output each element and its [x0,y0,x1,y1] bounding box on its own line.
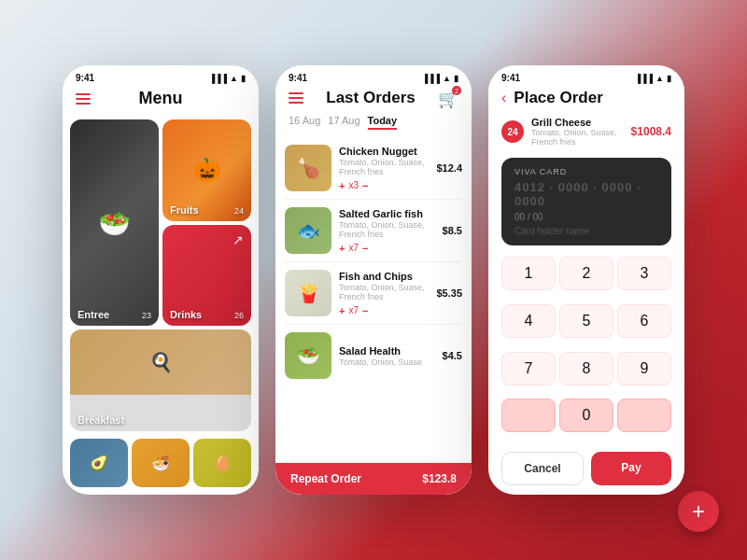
order-item-chicken: Chicken Nugget Tomato, Onion, Suase, Fre… [285,137,462,200]
order-name-chicken: Chicken Nugget [339,146,429,157]
entree-count: 23 [142,311,151,320]
status-bar-3: 9:41 ▐▐▐ ▲ ▮ [488,65,684,87]
summary-price: $1008.4 [631,125,671,138]
order-price-chips: $5.35 [436,287,462,299]
num-6[interactable]: 6 [617,304,671,338]
order-name-chips: Fish and Chips [339,271,429,282]
fruits-count: 24 [234,206,244,216]
num-empty-left [501,399,556,432]
status-icons-3: ▐▐▐ ▲ ▮ [635,74,671,83]
summary-desc: Tomato, Onion, Suase, French fries [531,128,624,147]
card-number-visible: 4012 [514,180,545,194]
order-info-salad: Salad Health Tomato, Onion, Suase [339,345,435,367]
qty-val-chips: x7 [348,305,359,315]
date-tab-today[interactable]: Today [368,113,398,130]
orders-header: Last Orders 🛒 2 [275,87,472,113]
status-bar-2: 9:41 ▐▐▐ ▲ ▮ [275,65,472,87]
battery-icon-3: ▮ [667,74,671,83]
qty-val-fish: x7 [348,243,359,253]
order-info-fish: Salted Garlic fish Tomato, Onion, Suase,… [339,208,435,254]
qty-plus-fish[interactable]: + [339,243,345,254]
card-holder: Card holder name [514,226,658,236]
qty-plus-chips[interactable]: + [339,305,345,316]
orders-title: Last Orders [326,89,415,107]
breakfast-label: Breakfast [78,414,124,426]
order-number-badge: 24 [501,120,524,143]
wifi-icon-2: ▲ [443,74,451,83]
qty-minus-chicken[interactable]: − [362,180,368,191]
place-order-title: Place Order [514,89,602,107]
order-desc-chips: Tomato, Onion, Suase, French fries [339,283,429,301]
order-info-chips: Fish and Chips Tomato, Onion, Suase, Fre… [339,271,429,316]
signal-icon: ▐▐▐ [209,74,227,83]
back-button[interactable]: ‹ [501,90,506,106]
order-img-chicken [285,145,331,191]
menu-item-drinks[interactable]: Drinks 26 [162,225,251,327]
menu-item-fruits[interactable]: Fruits 24 [162,119,251,221]
num-9[interactable]: 9 [617,352,671,385]
order-img-salad [285,332,331,379]
cart-button[interactable]: 🛒 2 [438,89,458,107]
qty-val-chicken: x3 [348,180,359,190]
wifi-icon-3: ▲ [655,74,664,83]
pay-button[interactable]: Pay [591,452,671,485]
repeat-bar[interactable]: Repeat Order $123.8 [275,463,472,495]
num-7[interactable]: 7 [501,352,556,385]
order-name-salad: Salad Health [339,345,435,357]
repeat-label: Repeat Order [290,472,361,485]
num-1[interactable]: 1 [501,257,556,290]
num-3[interactable]: 3 [617,257,671,290]
hamburger-menu[interactable] [76,93,91,105]
num-0[interactable]: 0 [559,399,613,432]
entree-label: Entree [78,309,109,320]
card-expiry: 00 / 00 [514,212,658,222]
entree-image [70,119,159,326]
num-4[interactable]: 4 [501,304,556,338]
numpad: 1 2 3 4 5 6 7 8 9 0 [488,253,684,446]
cart-badge: 2 [452,86,461,95]
status-time-3: 9:41 [501,73,520,83]
status-time-1: 9:41 [76,73,94,83]
drinks-label: Drinks [170,309,202,320]
wifi-icon: ▲ [230,74,238,83]
qty-plus-chicken[interactable]: + [339,180,345,191]
num-2[interactable]: 2 [559,257,613,290]
summary-name: Grill Cheese [531,117,624,128]
order-price-salad: $4.5 [443,350,462,361]
cancel-button[interactable]: Cancel [501,452,584,485]
num-5[interactable]: 5 [559,304,613,338]
menu-title: Menu [139,89,183,108]
action-bar: Cancel Pay [488,446,684,495]
orders-hamburger[interactable] [289,92,303,104]
status-icons-1: ▐▐▐ ▲ ▮ [209,74,246,83]
thumb-2[interactable] [132,439,190,487]
num-8[interactable]: 8 [559,352,613,385]
menu-item-entree[interactable]: Entree 23 [70,119,159,326]
order-item-salad: Salad Health Tomato, Onion, Suase $4.5 [285,325,462,386]
order-desc-salad: Tomato, Onion, Suase [339,357,435,367]
menu-item-breakfast[interactable]: Breakfast [70,329,251,431]
place-order-header: ‹ Place Order [488,87,684,113]
order-item-chips: Fish and Chips Tomato, Onion, Suase, Fre… [285,262,462,325]
num-empty-right [617,399,671,432]
order-name-fish: Salted Garlic fish [339,208,435,219]
qty-minus-chips[interactable]: − [362,305,368,316]
order-item-fish: Salted Garlic fish Tomato, Onion, Suase,… [285,200,462,262]
order-desc-fish: Tomato, Onion, Suase, French fries [339,220,435,239]
date-tabs: 16 Aug 17 Aug Today [275,113,472,137]
date-tab-17[interactable]: 17 Aug [328,113,359,130]
date-tab-16[interactable]: 16 Aug [289,113,320,130]
thumb-1[interactable] [70,439,128,487]
qty-minus-fish[interactable]: − [362,243,368,254]
plus-fab[interactable]: + [678,491,719,532]
order-price-chicken: $12.4 [436,162,462,174]
order-img-chips [285,270,331,316]
card-brand: VIVA CARD [514,167,658,176]
card-widget: VIVA CARD 4012 · 0000 · 0000 · 0000 00 /… [501,158,671,245]
order-summary-info: Grill Cheese Tomato, Onion, Suase, Frenc… [531,117,624,147]
menu-grid: Entree 23 Fruits 24 Drinks 26 Breakfast [63,116,259,439]
phone-orders: 9:41 ▐▐▐ ▲ ▮ Last Orders 🛒 2 16 Aug 17 A… [275,65,472,495]
order-info-chicken: Chicken Nugget Tomato, Onion, Suase, Fre… [339,146,429,191]
repeat-price: $123.8 [422,472,457,485]
thumb-3[interactable] [193,439,251,487]
